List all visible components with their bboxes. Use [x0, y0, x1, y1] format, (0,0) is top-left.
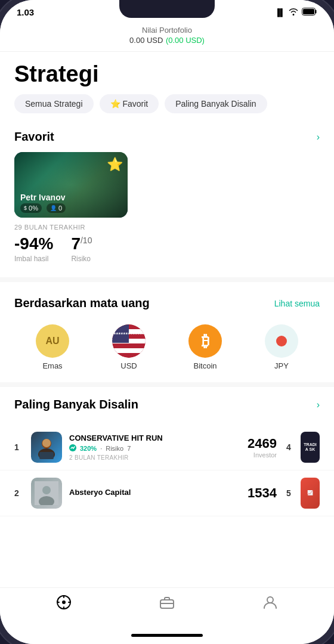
explore-icon: [55, 594, 72, 614]
profit-value: 0%: [29, 205, 38, 212]
disalin-section-header: Paling Banyak Disalin ›: [0, 393, 334, 420]
portfolio-value: 0.00 USD: [129, 36, 163, 45]
rank-2: 2: [14, 488, 24, 498]
subscribers-badge: 👤 0: [47, 203, 66, 213]
home-bar: [131, 634, 203, 637]
wifi-icon: [288, 7, 299, 17]
portfolio-change: (0.00 USD): [166, 36, 205, 45]
favorit-section-header: Favorit ›: [0, 125, 334, 152]
jpy-label: JPY: [274, 361, 289, 370]
item-1-risk-label: Risiko: [106, 445, 123, 452]
risk-card-text-1: TRADIA SK: [302, 441, 317, 454]
status-icons: ▐▌: [275, 7, 317, 17]
stat-period: 29 BULAN TERAKHIR: [14, 224, 128, 231]
stat-row: -94% Imbal hasil 7/10 Risiko: [14, 234, 128, 263]
currency-emas[interactable]: AU Emas: [14, 324, 91, 370]
currency-section: Berdasarkan mata uang Lihat semua AU Ema…: [0, 282, 334, 382]
card-meta: $ 0% 👤 0: [20, 203, 66, 213]
usd-label: USD: [120, 361, 137, 370]
section-divider-1: [0, 277, 334, 282]
rank-right-2: 5: [284, 488, 293, 498]
phone-screen: 1.03 ▐▌: [0, 0, 334, 644]
star-icon: ⭐: [107, 157, 123, 172]
main-content: Nilai Portofolio 0.00 USD (0.00 USD) Str…: [0, 21, 334, 587]
disalin-item-1[interactable]: 1: [0, 425, 334, 470]
avatar-2: [31, 478, 62, 509]
lihat-semua-link[interactable]: Lihat semua: [274, 299, 320, 308]
currency-jpy[interactable]: JPY: [243, 324, 320, 370]
portfolio-value-row: 0.00 USD (0.00 USD): [12, 35, 322, 45]
signal-icon: ▐▌: [275, 8, 285, 17]
usd-icon: ★★★★★★★★★★★★★★★★★★★★★★★★★★★★★★★★★★★★★★★★…: [112, 324, 146, 358]
favorit-scroll: ⭐ Petr Ivanov $ 0% 👤: [0, 152, 334, 277]
petr-ivanov-card-container[interactable]: ⭐ Petr Ivanov $ 0% 👤: [14, 152, 128, 265]
currency-title: Berdasarkan mata uang: [14, 296, 150, 310]
us-flag: ★★★★★★★★★★★★★★★★★★★★★★★★★★★★★★★★★★★★★★★★…: [112, 324, 146, 358]
return-label: Imbal hasil: [14, 255, 53, 263]
item-1-sub: 320% · Risiko 7: [69, 444, 240, 453]
item-2-name: Absteryo Capital: [69, 488, 240, 497]
trend-icon-1: [69, 444, 76, 453]
svg-rect-1: [303, 9, 314, 14]
strategy-card-petr[interactable]: ⭐ Petr Ivanov $ 0% 👤: [14, 152, 128, 218]
item-2-details: Absteryo Capital: [69, 488, 240, 499]
bottom-nav: [0, 587, 334, 626]
btc-label: Bitcoin: [193, 361, 217, 370]
status-time: 1.03: [17, 7, 34, 17]
home-indicator: [0, 626, 334, 644]
filter-tabs: Semua Strategi ⭐ Favorit Paling Banyak D…: [0, 94, 334, 125]
risk-card-1: TRADIA SK: [301, 432, 320, 463]
emas-icon: AU: [36, 324, 69, 358]
card-stats: 29 BULAN TERAKHIR -94% Imbal hasil 7/10: [14, 218, 128, 265]
page-title: Strategi: [0, 52, 334, 94]
battery-icon: [302, 8, 317, 17]
rank-right-1: 4: [284, 442, 293, 452]
currency-usd[interactable]: ★★★★★★★★★★★★★★★★★★★★★★★★★★★★★★★★★★★★★★★★…: [91, 324, 167, 370]
disalin-list: 1: [0, 420, 334, 516]
return-value: -94%: [14, 234, 53, 253]
rank-1: 1: [14, 442, 24, 452]
svg-point-11: [62, 600, 66, 604]
item-1-risk: 7: [127, 445, 131, 452]
subscribers-count: 0: [58, 205, 62, 212]
card-trader-name: Petr Ivanov: [20, 193, 66, 202]
disalin-arrow[interactable]: ›: [317, 400, 320, 410]
favorit-title: Favorit: [14, 130, 54, 144]
currency-bitcoin[interactable]: ₿ Bitcoin: [167, 324, 243, 370]
btc-icon: ₿: [188, 324, 222, 358]
item-2-count: 1534: [248, 485, 277, 501]
card-info: Petr Ivanov $ 0% 👤 0: [20, 193, 66, 213]
flag-canton: ★★★★★★★★★★★★★★★★★★★★★★★★★★★★★★★★★★★★★★★★…: [112, 324, 129, 343]
avatar-img-2: [31, 478, 62, 509]
risk-card-2: 📈: [301, 478, 320, 509]
portfolio-header: Nilai Portofolio 0.00 USD (0.00 USD): [0, 21, 334, 52]
portfolio-label: Nilai Portofolio: [12, 26, 322, 35]
tab-paling-banyak[interactable]: Paling Banyak Disalin: [165, 94, 267, 113]
tab-favorit[interactable]: ⭐ Favorit: [100, 94, 159, 113]
favorit-arrow[interactable]: ›: [317, 132, 320, 143]
svg-point-8: [42, 486, 51, 494]
person-icon: 👤: [50, 205, 57, 211]
avatar-1: [31, 432, 62, 463]
dollar-icon: $: [24, 205, 27, 211]
profit-badge: $ 0%: [20, 203, 42, 213]
nav-portfolio[interactable]: [159, 594, 175, 614]
svg-point-13: [267, 597, 273, 603]
briefcase-icon: [159, 594, 175, 614]
item-1-period: 2 BULAN TERAKHIR: [69, 454, 240, 461]
emas-label: Emas: [42, 361, 62, 370]
disalin-item-2[interactable]: 2 Absteryo Capital: [0, 470, 334, 516]
nav-profile[interactable]: [262, 594, 279, 614]
tab-semua-strategi[interactable]: Semua Strategi: [14, 94, 94, 113]
currency-section-header: Berdasarkan mata uang Lihat semua: [0, 292, 334, 318]
svg-point-4: [42, 439, 51, 447]
return-stat: -94% Imbal hasil: [14, 234, 53, 263]
jpy-icon: [265, 324, 298, 358]
disalin-title: Paling Banyak Disalin: [14, 398, 138, 411]
notch: [119, 0, 215, 18]
disalin-section: Paling Banyak Disalin › 1: [0, 387, 334, 516]
avatar-img-1: [31, 432, 62, 463]
phone-frame: 1.03 ▐▌: [0, 0, 334, 644]
nav-explore[interactable]: [55, 594, 72, 614]
item-1-details: CONSERVATIVE HIT RUN 320% ·: [69, 434, 240, 461]
